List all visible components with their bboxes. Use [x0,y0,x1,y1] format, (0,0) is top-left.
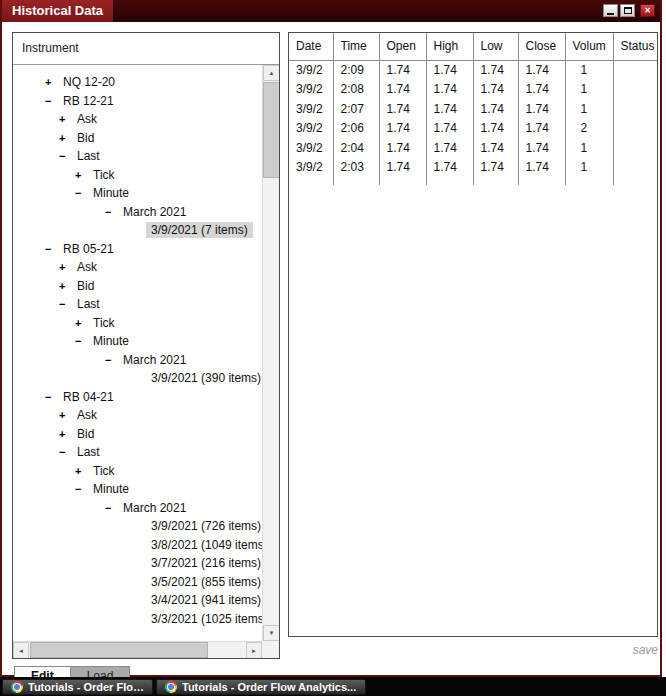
tree-item[interactable]: 3/9/2021 (390 items) [13,369,262,388]
grid-cell: 3/9/2 [289,158,333,178]
tree-toggle-icon[interactable]: + [75,465,88,477]
tree-toggle-icon[interactable]: + [59,428,72,440]
tree-toggle-icon[interactable]: − [105,354,118,366]
tree-item[interactable]: 3/9/2021 (7 items) [13,221,262,240]
tree-toggle-icon[interactable]: + [59,280,72,292]
tree-horizontal-scrollbar[interactable]: ◄ ► [13,641,262,658]
column-header-status[interactable]: Status [613,33,657,60]
tree-item[interactable]: + Bid [13,277,262,296]
tree-toggle-icon[interactable]: + [59,261,72,273]
tree-toggle-icon[interactable]: + [59,113,72,125]
maximize-button[interactable] [620,4,635,17]
tree-item-label: Ask [72,111,102,127]
tree-toggle-icon[interactable]: + [45,76,58,88]
column-header-close[interactable]: Close [518,33,565,60]
tree-item[interactable]: 3/8/2021 (1049 items) [13,536,262,555]
column-header-date[interactable]: Date [289,33,333,60]
tree-toggle-icon[interactable]: + [59,132,72,144]
grid-row[interactable]: 3/9/22:071.741.741.741.741 [289,99,657,119]
tree-item[interactable]: + Ask [13,258,262,277]
tree-item[interactable]: − March 2021 [13,351,262,370]
grid-cell: 1.74 [518,60,565,80]
tree-toggle-icon[interactable]: − [45,391,58,403]
tree-item[interactable]: + Ask [13,110,262,129]
scroll-left-button[interactable]: ◄ [13,642,29,659]
scroll-up-button[interactable]: ▲ [263,65,280,81]
tree-vertical-scrollbar[interactable]: ▲ ▼ [262,65,279,641]
column-header-volum[interactable]: Volum [565,33,613,60]
tree-item[interactable]: + Ask [13,406,262,425]
tree-toggle-icon[interactable]: − [75,335,88,347]
scroll-right-button[interactable]: ► [246,642,262,659]
tree-toggle-icon[interactable]: − [59,446,72,458]
grid-row[interactable]: 3/9/22:041.741.741.741.741 [289,138,657,158]
tree-item[interactable]: + NQ 12-20 [13,73,262,92]
grid-cell [613,158,657,178]
tree-toggle-icon[interactable]: + [75,169,88,181]
tree-item[interactable]: − March 2021 [13,499,262,518]
tree-item-label: Minute [88,333,134,349]
tree-item[interactable]: − Last [13,295,262,314]
tree-item[interactable]: − Last [13,147,262,166]
tree-item[interactable]: 3/9/2021 (726 items) [13,517,262,536]
instrument-column-header[interactable]: Instrument [13,33,279,65]
grid-cell: 1.74 [426,119,473,139]
taskbar: Tutorials - Order Flow ... Tutorials - O… [0,677,666,696]
tree-item-label: Tick [88,315,120,331]
window-title: Historical Data [2,0,114,22]
taskbar-item-2[interactable]: Tutorials - Order Flow Analytics... [156,679,366,695]
tree-item[interactable]: − Minute [13,332,262,351]
column-header-high[interactable]: High [426,33,473,60]
tree-toggle-icon[interactable]: − [59,298,72,310]
tree-item[interactable]: + Bid [13,425,262,444]
tree-item[interactable]: − Minute [13,480,262,499]
tree-item[interactable]: 3/5/2021 (855 items) [13,573,262,592]
tree-item-label: Bid [72,278,99,294]
titlebar[interactable]: Historical Data ✕ [2,0,660,22]
tree-item-label: 3/7/2021 (216 items) [146,555,262,571]
horizontal-scroll-thumb[interactable] [30,642,208,658]
tree-toggle-icon[interactable]: + [59,409,72,421]
tree-item[interactable]: + Tick [13,166,262,185]
chrome-icon [11,681,23,693]
tree-toggle-icon[interactable]: − [45,243,58,255]
tree-item[interactable]: − Last [13,443,262,462]
grid-body: 3/9/22:091.741.741.741.7413/9/22:081.741… [289,60,657,185]
tree-item[interactable]: − Minute [13,184,262,203]
grid-cell: 2:07 [333,99,379,119]
grid-row[interactable]: 3/9/22:091.741.741.741.741 [289,60,657,80]
tree-toggle-icon[interactable]: + [75,317,88,329]
grid-cell: 1.74 [379,60,426,80]
tree-item[interactable]: − March 2021 [13,203,262,222]
close-button[interactable]: ✕ [640,4,655,17]
tree-toggle-icon[interactable]: − [75,483,88,495]
tree-item[interactable]: 3/3/2021 (1025 items) [13,610,262,629]
grid-cell: 1.74 [518,119,565,139]
save-link[interactable]: save [288,643,658,657]
taskbar-item-1[interactable]: Tutorials - Order Flow ... [2,679,153,695]
tree-item[interactable]: + Bid [13,129,262,148]
tree-item-label: Minute [88,185,134,201]
scroll-down-button[interactable]: ▼ [263,625,280,641]
tree-item[interactable]: − RB 04-21 [13,388,262,407]
tree-item[interactable]: − RB 05-21 [13,240,262,259]
tree-item[interactable]: 3/7/2021 (216 items) [13,554,262,573]
vertical-scroll-thumb[interactable] [263,82,280,178]
grid-row[interactable]: 3/9/22:061.741.741.741.742 [289,119,657,139]
tree-toggle-icon[interactable]: − [75,187,88,199]
column-header-open[interactable]: Open [379,33,426,60]
tree-item[interactable]: + Tick [13,314,262,333]
tree-toggle-icon[interactable]: − [105,206,118,218]
tree-toggle-icon[interactable]: − [59,150,72,162]
tree-item[interactable]: 3/4/2021 (941 items) [13,591,262,610]
minimize-button[interactable] [603,4,618,17]
tree-toggle-icon[interactable]: − [45,95,58,107]
column-header-low[interactable]: Low [473,33,518,60]
column-header-time[interactable]: Time [333,33,379,60]
tree-item[interactable]: + Tick [13,462,262,481]
tree-toggle-icon[interactable]: − [105,502,118,514]
window-content: Instrument + NQ 12-20 − RB 12-21 + Ask +… [2,22,660,675]
grid-row[interactable]: 3/9/22:031.741.741.741.741 [289,158,657,178]
grid-row[interactable]: 3/9/22:081.741.741.741.741 [289,80,657,100]
tree-item[interactable]: − RB 12-21 [13,92,262,111]
